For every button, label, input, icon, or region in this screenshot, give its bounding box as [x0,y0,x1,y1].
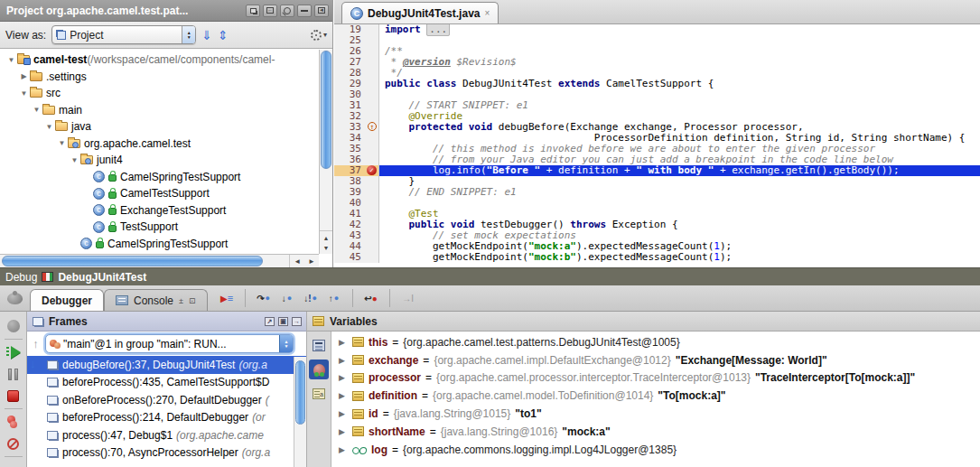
code-editor[interactable]: 19import ...2526/**27 * @version $Revisi… [334,24,980,267]
expand-triangle-icon[interactable]: ▶ [339,356,348,365]
code-line[interactable]: 29public class DebugJUnit4Test extends C… [334,79,980,89]
gutter-icon-area[interactable] [365,252,379,263]
hide-panel-icon[interactable]: ◄ [314,5,329,17]
expand-triangle-icon[interactable]: ▶ [339,409,348,418]
expand-triangle-icon[interactable]: ▶ [339,338,348,347]
gutter-icon-area[interactable] [365,144,379,154]
tree-toggle-icon[interactable]: ▼ [43,123,55,131]
scroll-from-source-icon[interactable]: ← [263,5,277,17]
overrides-method-icon[interactable] [368,122,377,131]
gutter-icon-area[interactable] [365,35,379,46]
gutter-icon-area[interactable] [365,57,379,68]
editor-tab[interactable]: DebugJUnit4Test.java × [341,2,499,23]
gutter-icon-area[interactable] [365,46,379,57]
code-line[interactable]: 37 log.info("Before " + definition + " w… [334,165,980,176]
float-window-icon[interactable] [246,5,260,17]
tree-item[interactable]: ExchangeTestSupport [0,202,319,219]
step-out-icon[interactable]: ↑● [324,289,344,307]
gutter-icon-area[interactable] [365,165,379,176]
gutter-icon-area[interactable] [365,100,379,111]
stack-frame-item[interactable]: process():47, Debug$1 (org.apache.came [27,426,306,444]
gutter-icon-area[interactable] [365,209,379,219]
sort-alphabetically-icon[interactable]: a [309,384,329,404]
gutter-icon-area[interactable] [365,111,379,122]
gutter-icon-area[interactable] [365,79,379,89]
expand-all-icon[interactable]: ⇓ [201,29,212,42]
pause-icon[interactable] [0,363,26,385]
stack-frame-item[interactable]: beforeProcess():214, DefaultDebugger (or [27,409,306,427]
scrollbar-thumb[interactable] [2,256,263,266]
gutter-icon-area[interactable] [365,176,379,187]
gutter-icon-area[interactable] [365,122,379,133]
project-horizontal-scrollbar[interactable]: ◄► [0,254,319,267]
variable-row[interactable]: ▶exchange = {org.apache.camel.impl.Defau… [331,351,980,369]
expand-triangle-icon[interactable]: ▶ [339,391,348,400]
gutter-icon-area[interactable] [365,68,379,79]
tree-toggle-icon[interactable]: ▼ [31,106,42,114]
gutter-icon-area[interactable] [365,89,379,100]
tree-toggle-icon[interactable]: ▼ [56,139,68,147]
variables-header[interactable]: Variables [307,312,980,332]
frame-up-arrow-icon[interactable]: ↑ [29,337,42,350]
collapse-all-icon[interactable]: ⇕ [218,29,229,42]
gutter-icon-area[interactable] [365,241,379,252]
stack-frame-item[interactable]: ↓debugBefore():37, DebugJUnit4Test (org.… [27,356,306,374]
tree-item[interactable]: ▶.settings [0,69,319,86]
tab-debugger[interactable]: Debugger [30,289,104,311]
rerun-debug-icon[interactable] [0,315,26,337]
combo-spinner-icon[interactable]: ▲▼ [182,26,195,43]
gutter-icon-area[interactable] [365,230,379,241]
tree-item[interactable]: TestSupport [0,219,319,236]
gutter-icon-area[interactable] [365,187,379,198]
tree-item[interactable]: CamelTestSupport [0,185,319,202]
code-line[interactable]: 39 // END SNIPPET: e1 [334,187,980,198]
tree-item[interactable]: CamelSpringTestSupport [0,236,319,253]
run-to-cursor-icon[interactable]: →I [398,289,418,307]
hide-panel-arrow-icon[interactable]: → [292,317,302,326]
scrollbar-arrows[interactable]: ▲▼ [320,230,332,254]
view-as-select[interactable]: Project ▲▼ [51,25,196,44]
stop-icon[interactable] [0,385,26,406]
tree-toggle-icon[interactable]: ▼ [5,56,17,64]
minimize-icon[interactable] [297,5,312,17]
show-execution-point-icon[interactable]: ▶≡ [217,289,237,307]
mute-breakpoints-icon[interactable] [0,433,26,454]
tree-toggle-icon[interactable]: ▶ [18,72,30,80]
stack-frame-item[interactable]: onBeforeProcess():270, DefaultDebugger ( [27,391,306,409]
console-pin-icon[interactable]: ± [179,296,183,305]
variable-row[interactable]: ▶definition = {org.apache.camel.model.To… [331,387,980,405]
gutter-icon-area[interactable] [365,198,379,209]
stack-frame-item[interactable]: beforeProcess():435, CamelTestSupport$D [27,374,306,392]
watches-icon[interactable] [309,360,329,379]
tree-toggle-icon[interactable]: ▼ [18,89,30,98]
gutter-icon-area[interactable] [365,24,379,35]
frame-down-arrow-icon[interactable]: ↓ [30,357,36,370]
code-line[interactable]: 27 * @version $Revision$ [334,57,980,68]
tree-item[interactable]: ▼src [0,85,319,102]
scrollbar-thumb[interactable] [321,51,331,169]
variable-row[interactable]: ▶this = {org.apache.camel.test.patterns.… [331,333,980,351]
force-step-into-icon[interactable]: ↓!● [301,289,321,307]
breakpoint-icon[interactable] [367,165,377,175]
tree-item[interactable]: CamelSpringTestSupport [0,169,319,186]
tree-toggle-icon[interactable]: ▼ [69,156,80,164]
tree-item[interactable]: ▼main [0,102,319,119]
float-panel-icon[interactable]: ↗ [265,317,275,326]
project-vertical-scrollbar[interactable]: ▲▼ [319,50,332,254]
restore-panel-icon[interactable]: ▣ [278,317,288,326]
variable-row[interactable]: ▶processor = {org.apache.camel.processor… [331,369,980,388]
variable-row[interactable]: ▶id = {java.lang.String@1015}"to1" [331,405,980,423]
console-float-icon[interactable]: ⊡ [189,296,196,305]
tree-item[interactable]: ▼camel-test (/workspace/camel/components… [0,51,319,69]
scrollbar-arrows[interactable]: ◄► [289,255,319,267]
resume-icon[interactable] [0,341,26,363]
thread-spinner-icon[interactable]: ▲▼ [279,335,293,352]
project-titlebar[interactable]: Project org.apache.camel.test.pat... ← ◄ [0,0,332,22]
tree-item[interactable]: ▼org.apache.camel.test [0,135,319,153]
view-breakpoints-icon[interactable] [0,411,26,433]
step-over-icon[interactable]: ↷● [254,289,274,307]
code-line[interactable]: 19import ... [334,24,980,35]
code-line[interactable]: 25 [334,35,980,46]
expand-triangle-icon[interactable]: ▶ [339,373,348,382]
code-line[interactable]: 45 getMockEndpoint("mock:b").expectedMes… [334,252,980,263]
